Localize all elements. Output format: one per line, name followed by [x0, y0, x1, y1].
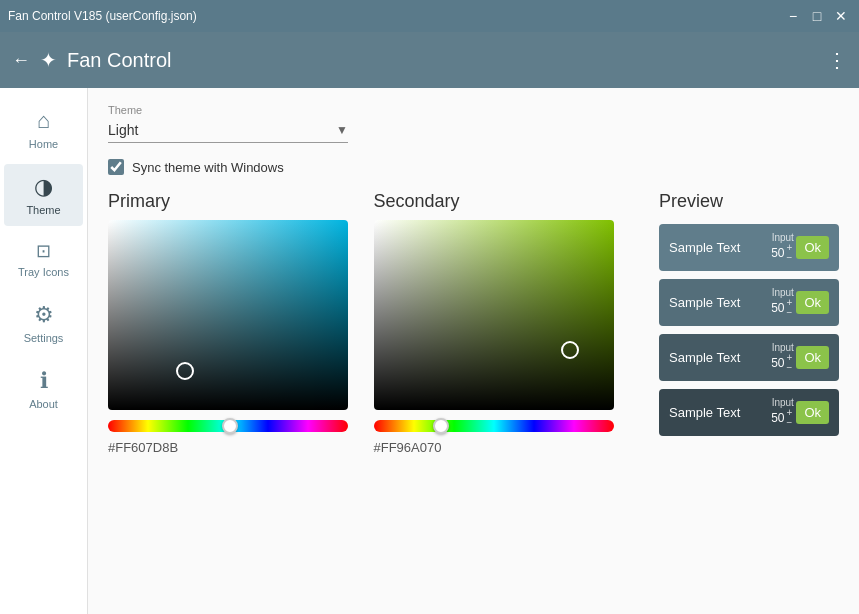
preview-ok-1[interactable]: Ok	[796, 291, 829, 314]
sidebar-label-theme: Theme	[26, 204, 60, 216]
preview-row-1: Sample Text Input 50 + −	[659, 279, 839, 326]
preview-input-value-3: 50	[771, 411, 784, 425]
preview-row-3: Sample Text Input 50 + −	[659, 389, 839, 436]
secondary-hue-wrapper	[374, 420, 614, 432]
preview-minus-0[interactable]: −	[785, 253, 795, 263]
sidebar-item-settings[interactable]: ⚙ Settings	[4, 292, 83, 354]
about-icon: ℹ	[40, 368, 48, 394]
sidebar-item-theme[interactable]: ◑ Theme	[4, 164, 83, 226]
sidebar-label-settings: Settings	[24, 332, 64, 344]
maximize-button[interactable]: □	[807, 6, 827, 26]
primary-section: Primary #FF607D8B	[108, 191, 354, 455]
preview-input-group-0: Input 50 + − Ok	[771, 232, 829, 263]
title-bar-title: Fan Control V185 (userConfig.json)	[8, 9, 197, 23]
preview-ok-3[interactable]: Ok	[796, 401, 829, 424]
back-button[interactable]: ←	[12, 50, 30, 71]
settings-icon: ⚙	[34, 302, 54, 328]
more-button[interactable]: ⋮	[827, 48, 847, 72]
primary-hex: #FF607D8B	[108, 440, 354, 455]
app-bar-left: ← ✦ Fan Control	[12, 48, 172, 72]
home-icon: ⌂	[37, 108, 50, 134]
theme-icon: ◑	[34, 174, 53, 200]
preview-input-group-2: Input 50 + − Ok	[771, 342, 829, 373]
sidebar-label-about: About	[29, 398, 58, 410]
fan-icon: ✦	[40, 48, 57, 72]
preview-sample-3: Sample Text	[669, 405, 740, 420]
preview-minus-1[interactable]: −	[785, 308, 795, 318]
sidebar-item-about[interactable]: ℹ About	[4, 358, 83, 420]
secondary-section: Secondary #FF96A070	[374, 191, 620, 455]
secondary-title: Secondary	[374, 191, 620, 212]
secondary-hue-slider[interactable]	[374, 420, 614, 432]
theme-label: Theme	[108, 104, 839, 116]
close-button[interactable]: ✕	[831, 6, 851, 26]
preview-pm-3: + −	[785, 408, 795, 428]
preview-minus-2[interactable]: −	[785, 363, 795, 373]
primary-handle[interactable]	[176, 362, 194, 380]
main-layout: ⌂ Home ◑ Theme ⊡ Tray Icons ⚙ Settings ℹ…	[0, 88, 859, 614]
color-pickers-row: Primary #FF607D8B Secondary	[108, 191, 839, 455]
sidebar-item-tray-icons[interactable]: ⊡ Tray Icons	[4, 230, 83, 288]
title-bar-left: Fan Control V185 (userConfig.json)	[8, 9, 197, 23]
secondary-handle[interactable]	[561, 341, 579, 359]
preview-pm-1: + −	[785, 298, 795, 318]
preview-pm-0: + −	[785, 243, 795, 263]
preview-pm-2: + −	[785, 353, 795, 373]
primary-hue-thumb[interactable]	[222, 418, 238, 434]
app-bar: ← ✦ Fan Control ⋮	[0, 32, 859, 88]
preview-input-group-3: Input 50 + − Ok	[771, 397, 829, 428]
secondary-hex: #FF96A070	[374, 440, 620, 455]
preview-row-2: Sample Text Input 50 + −	[659, 334, 839, 381]
preview-section: Preview Sample Text Input 50 + −	[639, 191, 839, 444]
sidebar-item-home[interactable]: ⌂ Home	[4, 98, 83, 160]
title-bar-controls: − □ ✕	[783, 6, 851, 26]
preview-sample-0: Sample Text	[669, 240, 740, 255]
sidebar-label-home: Home	[29, 138, 58, 150]
secondary-canvas[interactable]	[374, 220, 614, 410]
sidebar: ⌂ Home ◑ Theme ⊡ Tray Icons ⚙ Settings ℹ…	[0, 88, 88, 614]
theme-selector: Theme Light ▼	[108, 104, 839, 143]
sync-row: Sync theme with Windows	[108, 159, 839, 175]
preview-sample-1: Sample Text	[669, 295, 740, 310]
preview-input-value-2: 50	[771, 356, 784, 370]
content-area: Theme Light ▼ Sync theme with Windows Pr…	[88, 88, 859, 614]
preview-minus-3[interactable]: −	[785, 418, 795, 428]
sync-label: Sync theme with Windows	[132, 160, 284, 175]
primary-title: Primary	[108, 191, 354, 212]
preview-row-0: Sample Text Input 50 + −	[659, 224, 839, 271]
secondary-hue-thumb[interactable]	[433, 418, 449, 434]
theme-value: Light	[108, 122, 138, 138]
title-bar: Fan Control V185 (userConfig.json) − □ ✕	[0, 0, 859, 32]
theme-dropdown[interactable]: Light ▼	[108, 118, 348, 143]
app-title: Fan Control	[67, 49, 172, 72]
primary-canvas[interactable]	[108, 220, 348, 410]
minimize-button[interactable]: −	[783, 6, 803, 26]
preview-input-group-1: Input 50 + − Ok	[771, 287, 829, 318]
dropdown-chevron-icon: ▼	[336, 123, 348, 137]
sidebar-label-tray-icons: Tray Icons	[18, 266, 69, 278]
preview-input-value-0: 50	[771, 246, 784, 260]
sync-checkbox[interactable]	[108, 159, 124, 175]
primary-hue-slider[interactable]	[108, 420, 348, 432]
primary-hue-wrapper	[108, 420, 348, 432]
tray-icon: ⊡	[36, 240, 51, 262]
preview-sample-2: Sample Text	[669, 350, 740, 365]
preview-title: Preview	[659, 191, 839, 212]
preview-ok-0[interactable]: Ok	[796, 236, 829, 259]
preview-ok-2[interactable]: Ok	[796, 346, 829, 369]
preview-input-value-1: 50	[771, 301, 784, 315]
